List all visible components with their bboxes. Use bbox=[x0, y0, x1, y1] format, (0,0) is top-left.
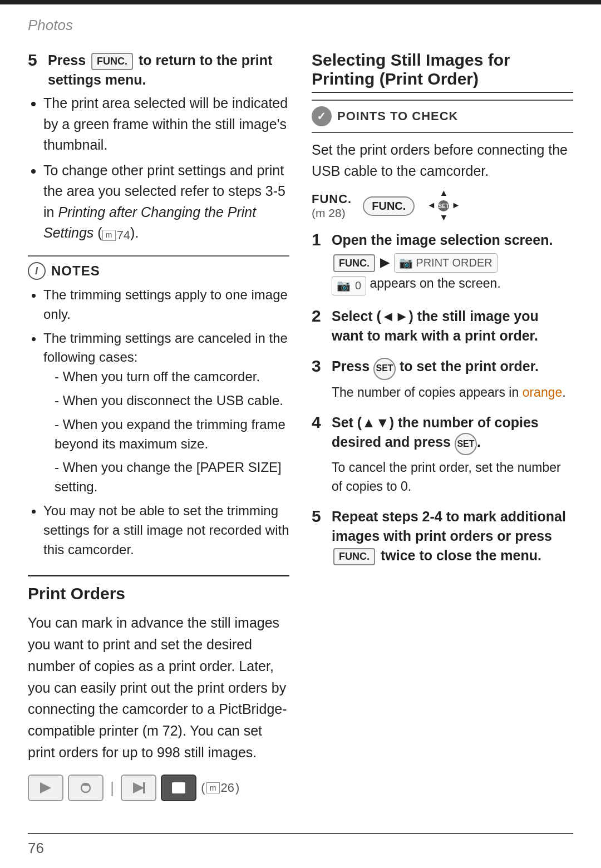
func-button-icon: FUNC. bbox=[363, 196, 415, 216]
svg-rect-2 bbox=[82, 783, 89, 786]
sub-item: When you turn off the camcorder. bbox=[55, 367, 289, 387]
page-number: 76 bbox=[28, 840, 44, 857]
left-column: 5 Press FUNC. to return to the print set… bbox=[28, 51, 289, 801]
func-badge: FUNC. bbox=[91, 53, 133, 70]
svg-rect-5 bbox=[172, 782, 185, 793]
video-mode-btn[interactable] bbox=[28, 775, 63, 801]
points-header: ✓ POINTS TO CHECK bbox=[312, 106, 573, 126]
playback-mode-btn[interactable] bbox=[121, 775, 156, 801]
right-step2: 2 Select (◄►) the still image you want t… bbox=[312, 307, 573, 346]
step5r-num: 5 bbox=[312, 507, 327, 526]
right-step5: 5 Repeat steps 2-4 to mark additional im… bbox=[312, 507, 573, 565]
svg-rect-4 bbox=[143, 782, 145, 793]
sub-item: When you disconnect the USB cable. bbox=[55, 391, 289, 411]
right-step1: 1 Open the image selection screen. FUNC.… bbox=[312, 230, 573, 295]
section-divider bbox=[28, 575, 289, 576]
step5-bullets: The print area selected will be indicate… bbox=[28, 93, 289, 244]
sub-item: When you change the [PAPER SIZE] setting… bbox=[55, 458, 289, 497]
set-button2: SET bbox=[455, 433, 477, 455]
notes-list: The trimming settings apply to one image… bbox=[28, 285, 289, 559]
set-button: SET bbox=[373, 358, 396, 380]
right-step4: 4 Set (▲▼) the number of copies desired … bbox=[312, 413, 573, 496]
step2-num: 2 bbox=[312, 307, 327, 326]
svg-marker-0 bbox=[40, 782, 51, 793]
step1-sub: FUNC. ▶ 📷 PRINT ORDER 📷 0 appears on the… bbox=[332, 253, 573, 295]
info-icon: i bbox=[28, 262, 46, 280]
note-sub-list: When you turn off the camcorder. When yo… bbox=[43, 367, 289, 497]
step4-heading: Set (▲▼) the number of copies desired an… bbox=[332, 413, 573, 455]
right-step3: 3 Press SET to set the print order. The … bbox=[312, 357, 573, 402]
notes-box: i NOTES The trimming settings apply to o… bbox=[28, 255, 289, 559]
step5-heading: Press FUNC. to return to the print setti… bbox=[48, 51, 289, 90]
check-icon: ✓ bbox=[312, 106, 332, 126]
step1-num: 1 bbox=[312, 230, 327, 249]
ref-square: m bbox=[206, 782, 220, 793]
func-label: FUNC. bbox=[312, 192, 352, 206]
step5-number: 5 bbox=[28, 51, 43, 70]
note-item: You may not be able to set the trimming … bbox=[43, 501, 289, 559]
print-orders-body: You can mark in advance the still images… bbox=[28, 612, 289, 763]
func-ref: (m 28) bbox=[312, 206, 352, 220]
print-orders-title: Print Orders bbox=[28, 584, 289, 603]
right-section-title: Selecting Still Images for Printing (Pri… bbox=[312, 51, 573, 93]
orange-text: orange bbox=[523, 385, 563, 400]
dpad-icon: ▲ ◄ SET ► ▼ bbox=[426, 188, 461, 224]
page-header: Photos bbox=[28, 17, 573, 34]
step5r-heading: Repeat steps 2-4 to mark additional imag… bbox=[332, 507, 573, 565]
arrow-icon: ▶ bbox=[380, 255, 390, 269]
notes-label: NOTES bbox=[51, 263, 100, 279]
print-order-icon: 📷 PRINT ORDER bbox=[394, 253, 497, 273]
page-footer: 76 bbox=[28, 833, 573, 857]
camera-mode-btn[interactable] bbox=[68, 775, 104, 801]
step2-heading: Select (◄►) the still image you want to … bbox=[332, 307, 573, 346]
mode-ref: (m 26) bbox=[201, 781, 239, 795]
right-column: Selecting Still Images for Printing (Pri… bbox=[312, 51, 573, 801]
step3-heading: Press SET to set the print order. bbox=[332, 357, 539, 379]
active-mode-btn[interactable] bbox=[161, 775, 196, 801]
func-row: FUNC. (m 28) FUNC. ▲ ◄ SET ► ▼ bbox=[312, 188, 573, 224]
svg-marker-3 bbox=[133, 782, 144, 793]
step5-block: 5 Press FUNC. to return to the print set… bbox=[28, 51, 289, 244]
points-box: ✓ POINTS TO CHECK bbox=[312, 100, 573, 133]
bullet-item: The print area selected will be indicate… bbox=[43, 93, 289, 156]
step3-num: 3 bbox=[312, 357, 327, 376]
mode-ref-num: 26 bbox=[221, 781, 234, 795]
func-inline2: FUNC. bbox=[333, 548, 375, 565]
mode-icons-row: | (m 26) bbox=[28, 775, 289, 801]
points-label: POINTS TO CHECK bbox=[337, 109, 459, 124]
func-inline: FUNC. bbox=[333, 254, 375, 272]
sub-item: When you expand the trimming frame beyon… bbox=[55, 415, 289, 454]
notes-header: i NOTES bbox=[28, 262, 289, 280]
step4-sub: To cancel the print order, set the numbe… bbox=[332, 458, 573, 496]
note-item: The trimming settings are canceled in th… bbox=[43, 329, 289, 497]
print-icon2: 📷 0 bbox=[332, 276, 366, 295]
step4-num: 4 bbox=[312, 413, 327, 432]
points-body: Set the print orders before connecting t… bbox=[312, 140, 573, 181]
appears-text: appears on the screen. bbox=[370, 276, 501, 290]
mode-separator: | bbox=[108, 779, 116, 797]
note-item: The trimming settings apply to one image… bbox=[43, 285, 289, 324]
bullet-item: To change other print settings and print… bbox=[43, 160, 289, 245]
step1-heading: Open the image selection screen. bbox=[332, 230, 553, 250]
zero-badge: 0 bbox=[355, 278, 361, 294]
step3-sub: The number of copies appears in orange. bbox=[332, 383, 573, 402]
